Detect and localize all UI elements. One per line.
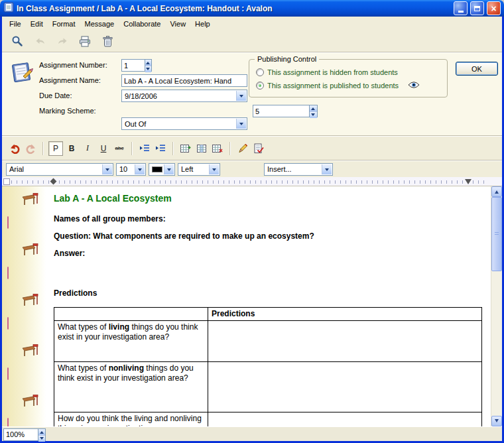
font-size-value: 10	[119, 165, 127, 173]
chevron-down-icon[interactable]	[135, 164, 145, 174]
outdent-icon[interactable]	[137, 141, 152, 156]
table-question-cell[interactable]: How do you think the living and nonlivin…	[54, 412, 208, 427]
approve-icon[interactable]	[251, 141, 266, 156]
zoom-input[interactable]	[3, 428, 38, 441]
insert-dropdown[interactable]: Insert...	[264, 163, 333, 176]
radio-icon[interactable]	[256, 82, 264, 90]
minimize-button[interactable]	[454, 1, 468, 15]
spin-up-icon[interactable]	[38, 429, 45, 436]
plain-text-button[interactable]: abc	[112, 141, 127, 156]
table-answer-cell[interactable]	[208, 362, 482, 412]
chevron-down-icon[interactable]	[236, 91, 246, 101]
ok-button[interactable]: OK	[456, 62, 498, 76]
assignment-name-input[interactable]	[121, 74, 247, 87]
insert-table-icon[interactable]	[178, 141, 193, 156]
scroll-down-icon[interactable]	[491, 416, 502, 426]
toolbar-separator	[131, 142, 133, 155]
table-corner-cell[interactable]	[54, 308, 208, 321]
chevron-down-icon[interactable]	[236, 119, 246, 129]
publishing-control-legend: Publishing Control	[255, 55, 319, 63]
spin-down-icon[interactable]	[145, 66, 151, 72]
paragraph-style-button[interactable]: P	[48, 141, 63, 156]
spellcheck-icon[interactable]	[235, 141, 250, 156]
application-window: In Class Assignment / Lab A - A Local Ec…	[0, 0, 504, 443]
underline-button[interactable]: U	[96, 141, 111, 156]
alignment-dropdown[interactable]: Left	[178, 163, 220, 176]
eraser-icon	[7, 267, 9, 283]
italic-button[interactable]: I	[80, 141, 95, 156]
chevron-down-icon[interactable]	[209, 164, 219, 174]
delete-icon[interactable]	[99, 33, 116, 49]
chevron-down-icon[interactable]	[322, 164, 332, 174]
vertical-scrollbar[interactable]	[491, 186, 502, 426]
assignment-number-stepper[interactable]	[121, 59, 152, 72]
chevron-down-icon[interactable]	[102, 164, 112, 174]
menu-file[interactable]: File	[5, 19, 26, 29]
font-family-dropdown[interactable]: Arial	[6, 163, 113, 176]
ruler	[2, 177, 502, 186]
radio-published-option[interactable]: This assignment is published to students	[256, 82, 399, 90]
zoom-stepper[interactable]	[3, 428, 46, 440]
font-color-dropdown[interactable]	[149, 163, 175, 176]
assignment-number-input[interactable]	[121, 59, 145, 72]
radio-icon[interactable]	[256, 68, 264, 76]
document-title: Lab A - A Local Ecosystem	[54, 193, 481, 204]
print-icon[interactable]	[76, 33, 94, 49]
table-answer-cell[interactable]	[208, 321, 482, 362]
marking-scheme-dropdown[interactable]: Out Of	[121, 117, 247, 130]
table-question-cell[interactable]: What types of nonliving things do you th…	[54, 362, 208, 412]
tab-selector-icon[interactable]	[3, 178, 10, 185]
eraser-icon	[7, 318, 9, 334]
spin-down-icon[interactable]	[38, 436, 45, 442]
document-editor[interactable]: Lab A - A Local Ecosystem Names of all g…	[46, 186, 491, 426]
table-question-cell[interactable]: What types of living things do you think…	[54, 321, 208, 362]
color-swatch-icon	[152, 166, 162, 172]
due-date-value: 9/18/2006	[125, 92, 157, 100]
toolbar-separator	[172, 142, 174, 155]
search-icon[interactable]	[9, 33, 26, 49]
table-cells-icon[interactable]	[210, 141, 225, 156]
menu-format[interactable]: Format	[48, 19, 80, 29]
title-bar[interactable]: In Class Assignment / Lab A - A Local Ec…	[0, 0, 504, 17]
menu-message[interactable]: Message	[80, 19, 119, 29]
desk-icon	[22, 292, 39, 308]
due-date-label: Due Date:	[39, 90, 117, 102]
toolbar-separator	[229, 142, 231, 155]
scrollbar-thumb[interactable]	[491, 197, 502, 271]
publishing-control-group: Publishing Control This assignment is hi…	[249, 59, 448, 97]
marking-scheme-label: Marking Scheme:	[39, 105, 117, 117]
question-text: What types of	[58, 363, 109, 373]
menu-edit[interactable]: Edit	[26, 19, 48, 29]
font-size-dropdown[interactable]: 10	[116, 163, 146, 176]
bold-button[interactable]: B	[64, 141, 79, 156]
radio-hidden-option[interactable]: This assignment is hidden from students	[256, 68, 398, 76]
due-date-dropdown[interactable]: 9/18/2006	[121, 90, 247, 102]
marking-points-stepper[interactable]	[253, 105, 318, 117]
question-line: Question: What components are required t…	[54, 231, 481, 241]
menu-help[interactable]: Help	[190, 19, 215, 29]
answer-line: Answer:	[54, 249, 481, 258]
indent-icon[interactable]	[153, 141, 168, 156]
chevron-down-icon[interactable]	[164, 164, 174, 174]
eye-icon	[408, 81, 420, 90]
question-bold-word: nonliving	[109, 363, 144, 373]
right-indent-marker[interactable]	[465, 179, 472, 188]
table-columns-icon[interactable]	[194, 141, 209, 156]
spin-up-icon[interactable]	[145, 60, 151, 66]
window-body: File Edit Format Message Collaborate Vie…	[0, 17, 504, 443]
spin-down-icon[interactable]	[310, 112, 317, 118]
toolbar-separator	[42, 142, 44, 155]
close-button[interactable]: ×	[487, 1, 501, 15]
scrollbar-track[interactable]	[491, 197, 502, 416]
table-answer-cell[interactable]	[208, 412, 482, 427]
window-icon	[3, 2, 14, 15]
spin-up-icon[interactable]	[310, 105, 317, 112]
marking-points-input[interactable]	[253, 105, 309, 117]
undo-icon[interactable]	[7, 141, 22, 156]
maximize-button[interactable]	[470, 1, 484, 15]
table-header-predictions[interactable]: Predictions	[208, 308, 482, 321]
format-toolbar: P B I U abc	[2, 136, 502, 160]
scroll-up-icon[interactable]	[491, 186, 502, 197]
menu-collaborate[interactable]: Collaborate	[119, 19, 165, 29]
menu-view[interactable]: View	[165, 19, 190, 29]
